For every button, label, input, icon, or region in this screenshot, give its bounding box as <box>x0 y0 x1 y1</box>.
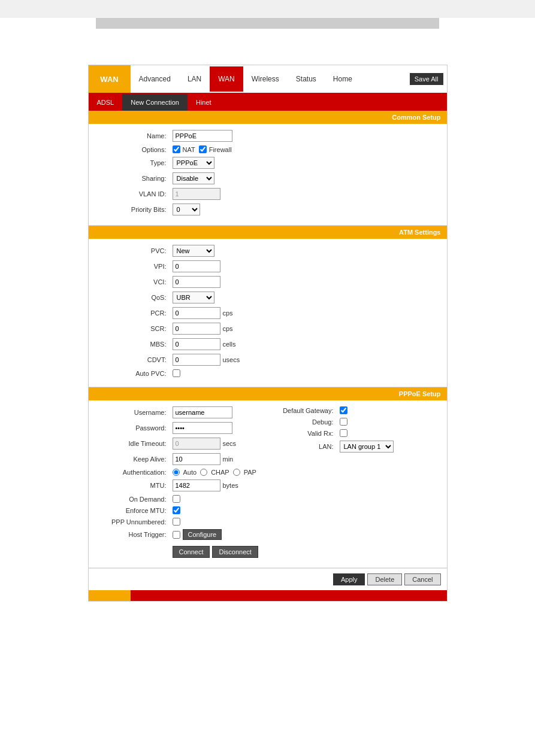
tab-advanced[interactable]: Advanced <box>131 66 179 92</box>
common-setup-header: Common Setup <box>89 111 447 124</box>
bottom-bar <box>89 590 447 601</box>
valid-rx-checkbox[interactable] <box>340 429 347 437</box>
tab-status[interactable]: Status <box>288 66 325 92</box>
keep-alive-unit: min <box>223 456 234 463</box>
vlan-id-label: VLAN ID: <box>101 190 173 198</box>
connect-row: Connect Disconnect <box>101 544 268 558</box>
idle-timeout-input[interactable] <box>173 438 220 450</box>
lan-select[interactable]: LAN group 1 <box>340 441 394 453</box>
options-label: Options: <box>101 146 173 153</box>
pcr-input[interactable] <box>173 307 220 319</box>
name-row: Name: <box>101 130 435 142</box>
auth-auto-label: Auto <box>183 469 197 476</box>
vlan-id-row: VLAN ID: <box>101 188 435 200</box>
sub-tab-new-connection[interactable]: New Connection <box>122 94 188 111</box>
vlan-id-input[interactable] <box>173 188 220 200</box>
pcr-unit: cps <box>223 309 233 317</box>
action-buttons-row: Apply Delete Cancel <box>89 568 447 590</box>
type-label: Type: <box>101 159 173 166</box>
auth-pap-radio[interactable] <box>233 469 240 476</box>
password-input[interactable] <box>173 422 232 434</box>
mtu-row: MTU: bytes <box>101 479 268 491</box>
qos-select[interactable]: UBRCBRVBR <box>173 292 214 303</box>
mbs-input[interactable] <box>173 338 220 350</box>
top-bar <box>96 18 439 29</box>
tab-home[interactable]: Home <box>325 66 361 92</box>
idle-timeout-label: Idle Timeout: <box>101 440 173 447</box>
pppoe-right: Default Gateway: Debug: Valid Rx: <box>268 406 435 561</box>
default-gateway-checkbox[interactable] <box>340 406 347 414</box>
ppp-unnumbered-checkbox[interactable] <box>173 518 180 526</box>
auto-pvc-row: Auto PVC: <box>101 369 435 377</box>
firewall-label: Firewall <box>209 146 232 153</box>
enforce-mtu-label: Enforce MTU: <box>101 507 173 514</box>
delete-button[interactable]: Delete <box>367 573 402 585</box>
mtu-input[interactable] <box>173 479 220 491</box>
priority-bits-label: Priority Bits: <box>101 206 173 213</box>
password-row: Password: <box>101 422 268 434</box>
host-trigger-checkbox[interactable] <box>173 531 180 539</box>
scr-unit: cps <box>223 325 233 332</box>
connect-btns: Connect Disconnect <box>173 546 258 558</box>
type-row: Type: PPPoE <box>101 157 435 169</box>
configure-button[interactable]: Configure <box>183 529 222 540</box>
priority-bits-select[interactable]: 0123 <box>173 204 200 215</box>
disconnect-button[interactable]: Disconnect <box>212 546 258 558</box>
default-gateway-label: Default Gateway: <box>268 407 340 414</box>
tab-wireless[interactable]: Wireless <box>243 66 288 92</box>
bottom-bar-yellow <box>89 590 131 601</box>
type-select[interactable]: PPPoE <box>173 157 214 169</box>
tab-wan[interactable]: WAN <box>210 66 243 92</box>
pppoe-setup-header: PPPoE Setup <box>89 387 447 400</box>
debug-checkbox[interactable] <box>340 418 347 426</box>
tab-lan[interactable]: LAN <box>179 66 210 92</box>
idle-timeout-unit: secs <box>223 440 237 447</box>
nat-checkbox[interactable] <box>173 145 180 153</box>
auth-auto-radio[interactable] <box>173 469 180 476</box>
pppoe-split: Username: Password: Idle Timeout: s <box>101 406 435 561</box>
lan-label: LAN: <box>268 443 340 450</box>
mtu-label: MTU: <box>101 482 173 489</box>
mbs-row: MBS: cells <box>101 338 435 350</box>
sub-tab-adsl[interactable]: ADSL <box>89 94 123 111</box>
sharing-select[interactable]: Disable Enable <box>173 172 214 184</box>
firewall-checkbox[interactable] <box>199 145 207 153</box>
nav-logo: WAN <box>89 65 131 93</box>
atm-settings-form: PVC: New VPI: VCI: QoS: <box>89 239 447 387</box>
debug-label: Debug: <box>268 418 340 426</box>
username-row: Username: <box>101 406 268 418</box>
pvc-select[interactable]: New <box>173 245 214 257</box>
keep-alive-input[interactable] <box>173 453 220 465</box>
auth-radio-group: Auto CHAP PAP <box>173 469 256 476</box>
name-input[interactable] <box>173 130 232 142</box>
auto-pvc-label: Auto PVC: <box>101 370 173 377</box>
auth-pap-label: PAP <box>244 469 256 476</box>
cancel-button[interactable]: Cancel <box>404 573 440 585</box>
vpi-row: VPI: <box>101 260 435 272</box>
username-input[interactable] <box>173 406 232 418</box>
auto-pvc-checkbox[interactable] <box>173 369 180 377</box>
debug-row: Debug: <box>268 418 435 426</box>
name-label: Name: <box>101 132 173 139</box>
apply-button[interactable]: Apply <box>333 573 365 585</box>
save-all-button[interactable]: Save All <box>410 73 443 85</box>
host-trigger-label: Host Trigger: <box>101 531 173 538</box>
mbs-unit: cells <box>223 341 236 348</box>
scr-label: SCR: <box>101 325 173 332</box>
cdvt-input[interactable] <box>173 354 220 366</box>
priority-bits-row: Priority Bits: 0123 <box>101 204 435 215</box>
connect-button[interactable]: Connect <box>173 546 210 558</box>
vpi-input[interactable] <box>173 260 220 272</box>
nav-bar: WAN Advanced LAN WAN Wireless Status Hom… <box>89 65 447 94</box>
ppp-unnumbered-row: PPP Unnumbered: <box>101 518 268 526</box>
sub-tab-hinet[interactable]: Hinet <box>188 94 220 111</box>
idle-timeout-row: Idle Timeout: secs <box>101 438 268 450</box>
vpi-label: VPI: <box>101 263 173 270</box>
enforce-mtu-checkbox[interactable] <box>173 506 180 514</box>
mbs-label: MBS: <box>101 341 173 348</box>
vci-input[interactable] <box>173 276 220 288</box>
scr-input[interactable] <box>173 323 220 335</box>
on-demand-checkbox[interactable] <box>173 495 180 503</box>
auth-chap-radio[interactable] <box>200 469 207 476</box>
pvc-row: PVC: New <box>101 245 435 257</box>
